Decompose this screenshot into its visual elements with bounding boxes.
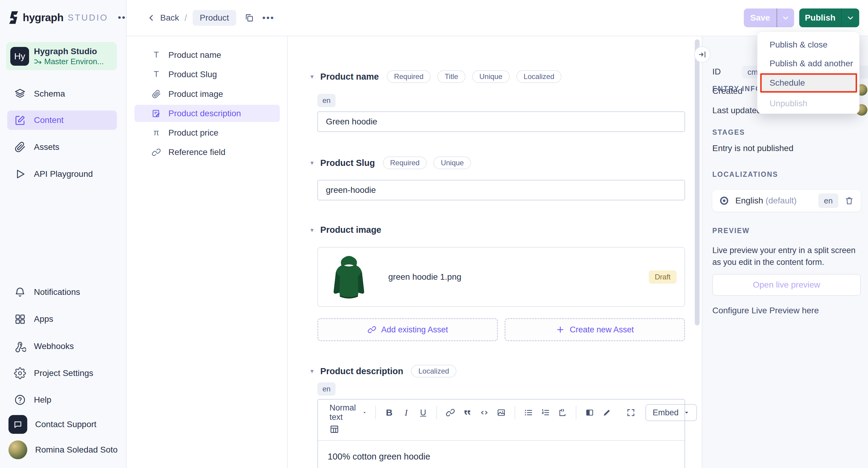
content-scrollbar[interactable] — [695, 39, 700, 326]
localizations-heading: LOCALIZATIONS — [712, 170, 778, 178]
field-nav-reference-field[interactable]: Reference field — [134, 143, 280, 161]
blockquote-button[interactable] — [460, 405, 475, 420]
field-nav-label: Product name — [168, 50, 221, 60]
updated-label: Last updated — [712, 106, 762, 115]
product-slug-input[interactable]: green-hoodie — [317, 180, 685, 200]
sidebar-item-contact-support[interactable]: Contact Support — [8, 415, 96, 434]
user-menu[interactable]: Romina Soledad Soto — [8, 440, 118, 459]
sidebar-item-label: Help — [34, 395, 52, 405]
save-dropdown-button[interactable] — [777, 8, 794, 27]
link-button[interactable] — [442, 405, 458, 420]
localization-row[interactable]: English (default) en — [712, 190, 861, 211]
asset-card[interactable]: green hoodie 1.png Draft — [317, 247, 685, 307]
image-button[interactable] — [493, 405, 509, 420]
field-nav-product-name[interactable]: T Product name — [134, 46, 280, 64]
environment-name: Master Environ... — [44, 57, 104, 66]
help-circle-icon — [13, 394, 27, 406]
eye-icon — [719, 196, 729, 206]
trash-icon[interactable] — [844, 196, 854, 205]
collapse-panel-button[interactable] — [694, 46, 711, 63]
sidebar-item-assets[interactable]: Assets — [7, 137, 117, 157]
toolbar-separator — [436, 406, 437, 419]
numbered-list-button[interactable] — [537, 405, 553, 420]
embed-dropdown-button[interactable]: Embed — [645, 404, 697, 421]
field-nav-product-price[interactable]: π Product price — [134, 124, 280, 141]
entry-overflow-menu[interactable]: ••• — [262, 13, 275, 23]
bell-icon — [13, 286, 27, 298]
publish-button[interactable]: Publish — [799, 8, 842, 27]
locale-tag[interactable]: en — [317, 382, 336, 396]
sidebar-item-label: Content — [34, 115, 64, 125]
field-nav-product-slug[interactable]: T Product Slug — [134, 66, 280, 83]
field-nav-product-image[interactable]: Product image — [134, 86, 280, 103]
fullscreen-button[interactable] — [623, 405, 639, 420]
highlight-pen-button[interactable] — [599, 405, 615, 420]
block-style-dropdown[interactable]: Normal text — [327, 403, 370, 422]
menu-item-unpublish[interactable]: Unpublish — [757, 95, 859, 112]
bulleted-list-button[interactable] — [521, 405, 536, 420]
open-live-preview-button[interactable]: Open live preview — [712, 274, 861, 296]
menu-item-publish-add-another[interactable]: Publish & add another — [757, 55, 859, 72]
sidebar-item-label: Project Settings — [34, 368, 93, 378]
richtext-editor: Normal text B I U — [317, 399, 685, 468]
field-nav-label: Product image — [168, 89, 223, 99]
menu-item-schedule[interactable]: Schedule — [760, 73, 857, 93]
sidebar-item-label: Schema — [34, 89, 65, 99]
code-block-button[interactable] — [555, 405, 570, 420]
logo-row: hygraph STUDIO ••• — [7, 11, 130, 24]
field-nav-label: Product description — [168, 109, 241, 119]
breadcrumb-model-chip[interactable]: Product — [193, 10, 237, 26]
sidebar-item-label: Apps — [34, 314, 53, 324]
collapse-caret-icon[interactable]: ▾ — [310, 368, 314, 375]
sidebar-item-help[interactable]: Help — [7, 390, 117, 409]
sidebar-item-apps[interactable]: Apps — [7, 309, 117, 329]
logo-wordmark: hygraph — [23, 11, 64, 24]
back-button[interactable]: Back — [147, 13, 179, 23]
create-new-asset-button[interactable]: Create new Asset — [504, 318, 685, 341]
preview-heading: PREVIEW — [712, 227, 750, 235]
menu-item-publish-close[interactable]: Publish & close — [757, 36, 859, 54]
bold-button[interactable]: B — [381, 405, 397, 420]
sidebar-item-webhooks[interactable]: Webhooks — [7, 337, 117, 356]
locale-code-chip: en — [818, 194, 838, 208]
product-name-input[interactable]: Green hoodie — [317, 111, 685, 132]
sidebar-item-label: Webhooks — [34, 341, 74, 351]
toolbar-separator — [576, 406, 576, 419]
underline-button[interactable]: U — [415, 405, 431, 420]
hygraph-studio-app: hygraph STUDIO ••• Hy Hygraph Studio Mas… — [0, 0, 868, 468]
publish-split-button: Publish — [799, 8, 859, 27]
publish-dropdown-button[interactable] — [842, 8, 859, 27]
collapse-caret-icon[interactable]: ▾ — [310, 227, 314, 234]
sidebar-item-api-playground[interactable]: API Playground — [7, 164, 117, 184]
field-nav-product-description[interactable]: Product description — [134, 105, 280, 122]
product-image-field-header: ▾ Product image — [310, 225, 382, 235]
badge-localized: Localized — [516, 70, 561, 83]
collapse-caret-icon[interactable]: ▾ — [310, 73, 314, 80]
logo-studio-label: STUDIO — [68, 13, 108, 23]
locale-tag[interactable]: en — [317, 94, 336, 107]
collapse-caret-icon[interactable]: ▾ — [310, 159, 314, 167]
columns-button[interactable] — [582, 405, 597, 420]
add-existing-asset-button[interactable]: Add existing Asset — [317, 318, 498, 341]
user-name: Romina Soledad Soto — [35, 445, 118, 455]
copy-id-icon[interactable] — [244, 13, 254, 23]
inline-code-button[interactable] — [476, 405, 492, 420]
entry-form: ▾ Product name Required Title Unique Loc… — [288, 36, 702, 468]
save-split-button: Save — [744, 8, 794, 27]
project-avatar: Hy — [10, 47, 29, 66]
paperclip-icon — [13, 141, 27, 153]
sidebar-item-schema[interactable]: Schema — [7, 84, 117, 103]
sidebar-item-notifications[interactable]: Notifications — [7, 282, 117, 302]
table-button[interactable] — [327, 422, 342, 436]
sidebar-item-label: Assets — [34, 142, 59, 152]
project-switcher[interactable]: Hy Hygraph Studio Master Environ... — [6, 42, 117, 70]
richtext-content[interactable]: 100% cotton green hoodie — [318, 441, 684, 468]
sidebar-item-content[interactable]: Content — [7, 110, 117, 130]
hygraph-logo-icon — [7, 11, 20, 24]
badge-required: Required — [387, 70, 431, 83]
save-button[interactable]: Save — [744, 8, 777, 27]
italic-button[interactable]: I — [398, 405, 414, 420]
sidebar-item-project-settings[interactable]: Project Settings — [7, 364, 117, 383]
configure-live-preview-link[interactable]: Configure Live Preview here — [712, 306, 819, 315]
badge-localized: Localized — [411, 365, 456, 377]
